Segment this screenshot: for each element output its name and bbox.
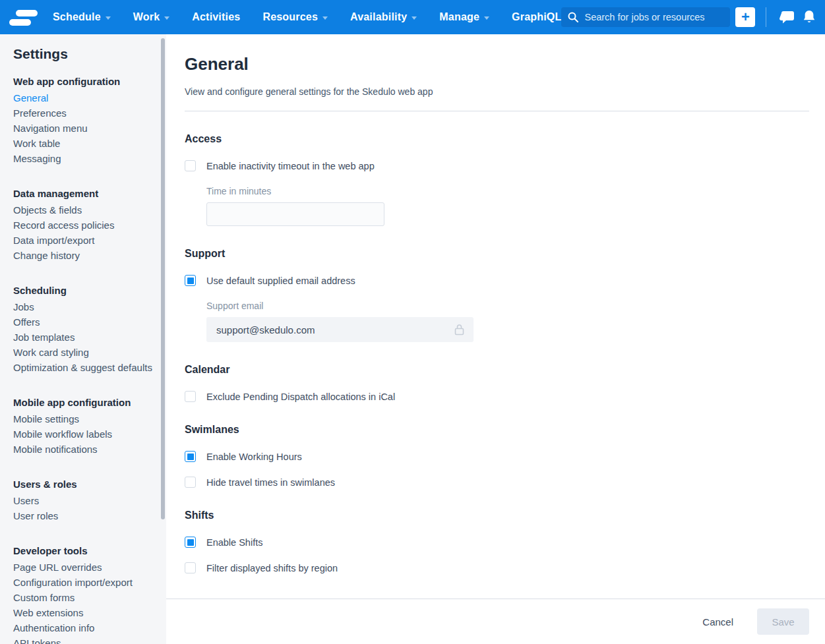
sidebar-item-web-extensions[interactable]: Web extensions xyxy=(13,605,153,620)
top-navigation: ScheduleWorkActivitiesResourcesAvailabil… xyxy=(0,0,825,34)
setting-row-enable-inactivity-timeout-in-the-web-app: Enable inactivity timeout in the web app xyxy=(185,160,809,171)
nav-item-activities[interactable]: Activities xyxy=(192,11,240,23)
sidebar-item-mobile-workflow-labels[interactable]: Mobile workflow labels xyxy=(13,426,153,442)
sidebar-section-heading: Scheduling xyxy=(13,283,153,298)
sidebar-scrollbar[interactable] xyxy=(161,38,165,519)
section-support: SupportUse default supplied email addres… xyxy=(185,248,809,342)
nav-item-schedule[interactable]: Schedule xyxy=(53,11,111,23)
sidebar-section-heading: Web app configuration xyxy=(13,74,153,89)
page-description: View and configure general settings for … xyxy=(185,86,809,97)
sidebar-item-change-history[interactable]: Change history xyxy=(13,248,153,263)
checkbox-label: Enable Shifts xyxy=(206,537,262,548)
sidebar-section-heading: Users & roles xyxy=(13,477,153,492)
checkbox-enable-shifts[interactable] xyxy=(185,537,196,548)
sidebar-item-general[interactable]: General xyxy=(13,90,153,105)
nav-item-label: Availability xyxy=(350,11,407,23)
create-button[interactable]: + xyxy=(735,7,755,27)
sidebar-item-offers[interactable]: Offers xyxy=(13,314,153,330)
settings-content: General View and configure general setti… xyxy=(166,34,825,599)
sidebar-item-jobs[interactable]: Jobs xyxy=(13,299,153,314)
bell-icon xyxy=(803,10,816,24)
notifications-button[interactable] xyxy=(798,6,820,28)
sidebar-item-data-import-export[interactable]: Data import/export xyxy=(13,233,153,248)
sidebar-item-api-tokens[interactable]: API tokens xyxy=(13,635,153,644)
time-in-minutes-input[interactable] xyxy=(206,202,384,226)
skedulo-logo-icon[interactable] xyxy=(9,9,38,26)
sidebar-item-page-url-overrides[interactable]: Page URL overrides xyxy=(13,560,153,575)
setting-row-enable-working-hours: Enable Working Hours xyxy=(185,451,809,462)
setting-row-filter-displayed-shifts-by-region: Filter displayed shifts by region xyxy=(185,562,809,573)
sidebar-item-messaging[interactable]: Messaging xyxy=(13,151,153,166)
checkbox-label: Use default supplied email address xyxy=(206,276,355,286)
section-access: AccessEnable inactivity timeout in the w… xyxy=(185,133,809,226)
sidebar-item-preferences[interactable]: Preferences xyxy=(13,105,153,121)
sidebar-section-scheduling: SchedulingJobsOffersJob templatesWork ca… xyxy=(13,283,153,375)
main-menu: ScheduleWorkActivitiesResourcesAvailabil… xyxy=(53,11,561,23)
nav-item-label: Activities xyxy=(192,11,240,23)
checkbox-label: Enable inactivity timeout in the web app xyxy=(206,161,375,171)
nav-item-label: GraphiQL xyxy=(512,11,561,23)
sidebar-item-job-templates[interactable]: Job templates xyxy=(13,330,153,345)
plus-icon: + xyxy=(741,8,750,26)
setting-row-enable-shifts: Enable Shifts xyxy=(185,537,809,548)
settings-sidebar: Settings Web app configurationGeneralPre… xyxy=(0,34,166,644)
support-email-field: support@skedulo.com xyxy=(206,317,474,342)
sidebar-item-work-table[interactable]: Work table xyxy=(13,136,153,151)
section-calendar: CalendarExclude Pending Dispatch allocat… xyxy=(185,364,809,402)
nav-item-resources[interactable]: Resources xyxy=(262,11,328,23)
sidebar-item-configuration-import-export[interactable]: Configuration import/export xyxy=(13,575,153,590)
checkbox-exclude-pending-dispatch-allocations-in-ical[interactable] xyxy=(185,391,196,402)
sidebar-item-work-card-styling[interactable]: Work card styling xyxy=(13,345,153,360)
field-value: support@skedulo.com xyxy=(216,324,315,336)
search-input[interactable] xyxy=(584,12,723,22)
page-title: General xyxy=(185,54,809,74)
nav-item-manage[interactable]: Manage xyxy=(439,11,489,23)
nav-item-work[interactable]: Work xyxy=(133,11,170,23)
cancel-button[interactable]: Cancel xyxy=(693,611,743,633)
checkbox-label: Exclude Pending Dispatch allocations in … xyxy=(206,392,395,402)
nav-item-availability[interactable]: Availability xyxy=(350,11,417,23)
setting-row-hide-travel-times-in-swimlanes: Hide travel times in swimlanes xyxy=(185,477,809,488)
chevron-down-icon xyxy=(484,16,489,20)
sidebar-item-navigation-menu[interactable]: Navigation menu xyxy=(13,121,153,136)
section-heading: Support xyxy=(185,248,809,260)
sidebar-section-data-management: Data managementObjects & fieldsRecord ac… xyxy=(13,186,153,263)
checkbox-label: Hide travel times in swimlanes xyxy=(206,477,335,488)
section-heading: Shifts xyxy=(185,510,809,521)
sidebar-item-users[interactable]: Users xyxy=(13,493,153,508)
section-heading: Swimlanes xyxy=(185,424,809,436)
sidebar-item-objects-fields[interactable]: Objects & fields xyxy=(13,202,153,218)
lock-icon xyxy=(454,324,464,336)
section-swimlanes: SwimlanesEnable Working HoursHide travel… xyxy=(185,424,809,488)
sidebar-item-record-access-policies[interactable]: Record access policies xyxy=(13,218,153,233)
setting-row-exclude-pending-dispatch-allocations-in-ical: Exclude Pending Dispatch allocations in … xyxy=(185,391,809,402)
sidebar-item-authentication-info[interactable]: Authentication info xyxy=(13,620,153,635)
sidebar-item-custom-forms[interactable]: Custom forms xyxy=(13,590,153,605)
nav-right-cluster: + EK xyxy=(561,6,825,28)
sidebar-title: Settings xyxy=(13,46,153,62)
nav-item-label: Manage xyxy=(439,11,479,23)
field-label: Time in minutes xyxy=(206,186,809,196)
section-heading: Calendar xyxy=(185,364,809,376)
checkbox-hide-travel-times-in-swimlanes[interactable] xyxy=(185,477,196,488)
sidebar-item-optimization-suggest-defaults[interactable]: Optimization & suggest defaults xyxy=(13,360,153,375)
section-heading: Access xyxy=(185,133,809,145)
checkbox-label: Filter displayed shifts by region xyxy=(206,563,338,573)
sidebar-item-mobile-settings[interactable]: Mobile settings xyxy=(13,411,153,426)
sidebar-item-user-roles[interactable]: User roles xyxy=(13,508,153,523)
messages-button[interactable] xyxy=(776,6,798,28)
checkbox-enable-inactivity-timeout-in-the-web-app[interactable] xyxy=(185,160,196,171)
sub-field-time-in-minutes: Time in minutes xyxy=(206,186,809,226)
sidebar-item-mobile-notifications[interactable]: Mobile notifications xyxy=(13,442,153,457)
nav-item-label: Schedule xyxy=(53,11,101,23)
save-button[interactable]: Save xyxy=(757,608,809,635)
sidebar-section-web-app-configuration: Web app configurationGeneralPreferencesN… xyxy=(13,74,153,166)
nav-divider xyxy=(766,7,766,27)
sidebar-section-developer-tools: Developer toolsPage URL overridesConfigu… xyxy=(13,543,153,644)
checkbox-use-default-supplied-email-address[interactable] xyxy=(185,275,196,286)
checkbox-filter-displayed-shifts-by-region[interactable] xyxy=(185,562,196,573)
global-search[interactable] xyxy=(561,7,730,27)
checkbox-enable-working-hours[interactable] xyxy=(185,451,196,462)
nav-item-graphiql[interactable]: GraphiQL xyxy=(512,11,561,23)
chevron-down-icon xyxy=(412,16,417,20)
